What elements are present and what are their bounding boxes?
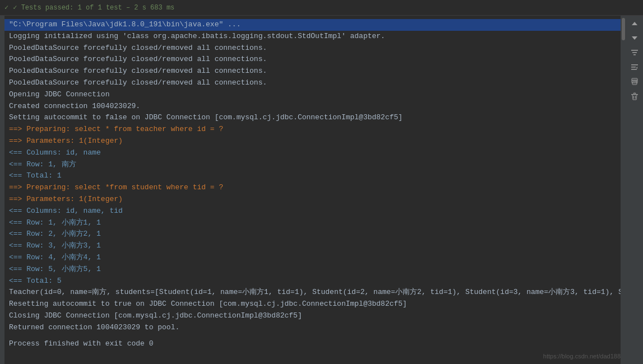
scroll-up-icon[interactable] [629, 18, 640, 29]
scrollbar-thumb[interactable] [622, 18, 625, 40]
console-line: Setting autocommit to false on JDBC Conn… [9, 112, 616, 124]
scroll-down-icon[interactable] [629, 32, 640, 44]
svg-rect-2 [633, 54, 636, 55]
console-line: Returned connection 1004023029 to pool. [9, 322, 616, 334]
console-line: Teacher(id=0, name=南方, students=[Student… [9, 287, 616, 298]
console-line: <== Row: 2, 小南方2, 1 [9, 228, 616, 240]
console-line [9, 334, 616, 338]
console-line: <== Row: 1, 南方 [9, 159, 616, 171]
console-content[interactable]: "C:\Program Files\Java\jdk1.8.0_191\bin\… [4, 18, 621, 362]
delete-icon[interactable] [629, 91, 640, 102]
console-line: <== Columns: id, name, tid [9, 206, 616, 217]
svg-rect-0 [631, 50, 638, 51]
console-line: <== Row: 5, 小南方5, 1 [9, 264, 616, 276]
console-line: PooledDataSource forcefully closed/remov… [9, 43, 616, 54]
console-line: ==> Parameters: 1(Integer) [9, 136, 616, 147]
svg-rect-11 [633, 93, 636, 94]
svg-point-9 [636, 81, 637, 82]
console-line: Created connection 1004023029. [9, 101, 616, 113]
console-line: ==> Preparing: select * from teacher whe… [9, 124, 616, 136]
console-line: PooledDataSource forcefully closed/remov… [9, 54, 616, 66]
svg-rect-1 [632, 52, 637, 53]
console-line: ==> Preparing: select *from student wher… [9, 182, 616, 194]
console-line: <== Row: 1, 小南方1, 1 [9, 217, 616, 229]
console-line: Resetting autocommit to true on JDBC Con… [9, 298, 616, 310]
console-line: "C:\Program Files\Java\jdk1.8.0_191\bin\… [4, 19, 621, 31]
filter-icon[interactable] [629, 47, 640, 58]
console-line: Logging initialized using 'class org.apa… [9, 31, 616, 43]
svg-rect-5 [631, 69, 637, 70]
console-line: <== Row: 4, 小南方4, 1 [9, 252, 616, 264]
console-line: Process finished with exit code 0 [9, 338, 616, 350]
console-area: "C:\Program Files\Java\jdk1.8.0_191\bin\… [4, 16, 621, 364]
test-passed-icon: ✓ [4, 3, 8, 12]
console-line: <== Total: 5 [9, 276, 616, 287]
scrollbar-area[interactable] [621, 16, 626, 364]
console-line: <== Columns: id, name [9, 147, 616, 159]
console-line: Opening JDBC Connection [9, 89, 616, 101]
watermark: https://blog.csdn.net/dad188 [543, 353, 621, 360]
left-bar [0, 16, 4, 364]
console-line: PooledDataSource forcefully closed/remov… [9, 66, 616, 77]
svg-rect-3 [631, 64, 638, 66]
print-icon[interactable] [629, 76, 640, 87]
wrap-icon[interactable] [629, 62, 640, 73]
console-line: <== Total: 1 [9, 170, 616, 182]
top-bar: ✓ ✓ Tests passed: 1 of 1 test – 2 s 683 … [0, 0, 643, 16]
test-passed-text: ✓ Tests passed: 1 of 1 test – 2 s 683 ms [13, 3, 174, 12]
svg-rect-4 [631, 67, 636, 68]
console-line: <== Row: 3, 小南方3, 1 [9, 240, 616, 252]
console-line: Closing JDBC Connection [com.mysql.cj.jd… [9, 310, 616, 322]
console-line: ==> Parameters: 1(Integer) [9, 194, 616, 206]
console-line: PooledDataSource forcefully closed/remov… [9, 77, 616, 89]
right-sidebar [626, 16, 643, 364]
main-content: "C:\Program Files\Java\jdk1.8.0_191\bin\… [0, 16, 643, 364]
